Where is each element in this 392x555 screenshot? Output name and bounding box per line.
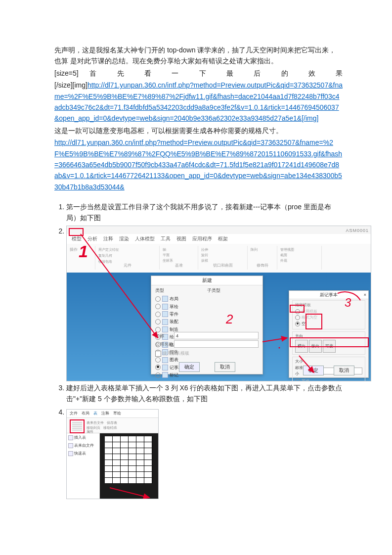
h-c7: 的 [281,69,298,77]
s2-ribbon: 表来自文件 保存表 移动到页 移动特殊 属性 [67,418,158,433]
s2-tab-file[interactable]: 文件 [70,411,78,417]
svg-line-0 [81,234,158,338]
s2-red [100,433,158,499]
tree-fromfile[interactable]: 表来自文件 [68,443,98,449]
steps-list: 第一步当然是设置工作目录了这个我就不用多说了，接着新建---记事本（proe 里… [54,201,343,499]
svg-rect-2 [290,305,304,312]
step-2: ASM0001 模型 分析 注释 渲染 人体模型 工具 视图 应用程序 框架 操… [66,226,343,381]
screenshot-new-dialog: ASM0001 模型 分析 注释 渲染 人体模型 工具 视图 应用程序 框架 操… [66,226,371,381]
s2-tab-layout[interactable]: 布局 [82,411,89,417]
tree-quick[interactable]: 快速表 [68,451,98,457]
intro-header: [size=5] 首 先 看 一 下 最 后 的 效 果 [54,68,343,79]
h-c8: 效 [308,69,325,77]
h-c5: 最 [226,69,243,77]
doc-page: 先声明，这是我报名某大神专门开的 top-down 课学来的，抽了几天空闲时间来… [0,0,392,530]
svg-line-7 [110,488,149,498]
h-c9: 果 [336,69,343,77]
intro-p1: 先声明，这是我报名某大神专门开的 top-down 课学来的，抽了几天空闲时间来… [54,45,343,67]
s2-tabs: 文件 布局 表 注释 草绘 [67,410,158,418]
link-1[interactable]: http://dl71.yunpan.360.cn/intf.php?metho… [54,81,343,122]
h-c3: 一 [172,69,188,77]
s2-tab-annot[interactable]: 注释 [101,411,109,417]
link-2[interactable]: http://dl71.yunpan.360.cn/intf.php?metho… [54,139,342,191]
s2-tree: 插入表 表来自文件 快速表 [67,433,100,499]
step1-text: 第一步当然是设置工作目录了这个我就不用多说了，接着新建---记事本（proe 里… [66,201,343,224]
insert-table-icon[interactable] [70,419,85,433]
h-c2: 看 [144,69,161,77]
h-c4: 下 [199,69,216,77]
s2-canvas [100,433,158,499]
svg-line-1 [262,338,287,342]
h-c1: 先 [117,69,133,77]
svg-rect-3 [306,314,322,329]
intro-link2-line: http://dl71.yunpan.360.cn/intf.php?metho… [54,137,343,192]
red-arrows [67,226,371,381]
step3-text: 建好后进入表格菜单下插入一个 3 列 X6 行的表格如下图，再进入工具菜单下，点… [66,382,343,405]
svg-point-6 [279,347,280,348]
img-open: [/size][img] [54,81,87,89]
tree-insert[interactable]: 插入表 [68,435,98,441]
step-4: 文件 布局 表 注释 草绘 表来自文件 保存表 [66,407,343,499]
step-3: 建好后进入表格菜单下插入一个 3 列 X6 行的表格如下图，再进入工具菜单下，点… [66,382,343,405]
svg-line-5 [299,356,314,372]
h-c0: 首 [89,69,106,77]
svg-rect-4 [290,338,368,347]
size-open: [size=5] [54,69,79,77]
s2-tab-sketch[interactable]: 草绘 [113,411,121,417]
screenshot-insert-table: 文件 布局 表 注释 草绘 表来自文件 保存表 [66,409,159,499]
s2-tab-table[interactable]: 表 [93,411,97,417]
intro-link1-line: [/size][img]http://dl71.yunpan.360.cn/in… [54,80,343,124]
intro-p2: 这是一款可以随意变形电器柜，可以根据需要生成各种你需要的规格尺寸。 [54,125,343,136]
h-c6: 后 [254,69,270,77]
step-1: 第一步当然是设置工作目录了这个我就不用多说了，接着新建---记事本（proe 里… [66,201,343,224]
